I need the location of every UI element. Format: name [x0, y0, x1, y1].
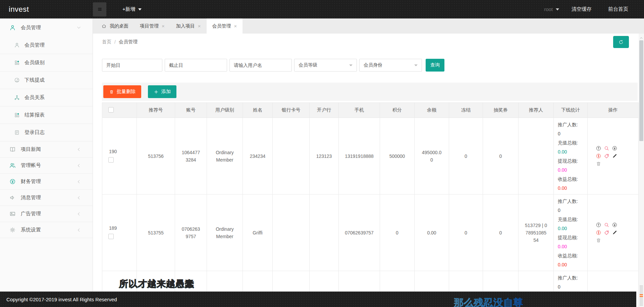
tag-icon[interactable] [604, 230, 609, 235]
stat-label: 推广人数: [558, 273, 586, 282]
user-menu[interactable]: root [544, 6, 559, 12]
chevron-left-icon [76, 163, 81, 168]
column-header: 余额 [415, 103, 449, 118]
chevron-left-icon [76, 212, 81, 216]
sidebar-item-downline-commission[interactable]: 下线提成 [0, 72, 93, 89]
stat-value: 0.00 [558, 224, 586, 233]
member-level-select[interactable]: 会员等级 [294, 59, 357, 72]
stat-value: 0.00 [558, 166, 586, 175]
sidebar-item-label: 下线提成 [24, 77, 45, 83]
stat-label: 推广人数: [558, 120, 586, 129]
delete-icon[interactable] [596, 161, 601, 167]
sidebar-item-login-log[interactable]: 登录日志 [0, 124, 93, 141]
row-checkbox[interactable] [108, 234, 114, 239]
stat-value: 0.00 [558, 242, 586, 251]
clear-cache-link[interactable]: 清空缓存 [572, 6, 592, 12]
cell-points: 500000 [380, 118, 415, 194]
username-label: root [544, 6, 553, 12]
add-label: 添加 [161, 89, 171, 95]
table-header-row: 推荐号账号用户级别姓名银行卡号开户行手机积分余额冻结抽奖券推荐人下线统计操作 [102, 103, 639, 118]
upgrade-icon[interactable] [596, 222, 601, 228]
yen-icon [9, 178, 16, 185]
chevron-left-icon [76, 147, 81, 152]
sidebar-item-label: 会员关系 [24, 94, 45, 101]
tab-join-project[interactable]: 加入项目× [170, 18, 207, 34]
close-icon[interactable]: × [162, 24, 165, 29]
front-home-link[interactable]: 前台首页 [608, 6, 628, 12]
search-icon[interactable] [604, 222, 609, 228]
sidebar-item-settlement-report[interactable]: 结算报表 [0, 106, 93, 124]
edit-icon[interactable] [612, 230, 618, 235]
dollar-icon[interactable] [596, 230, 601, 235]
close-icon[interactable]: × [234, 24, 237, 29]
user-icon [14, 42, 20, 48]
cell-lottery: 0 [483, 118, 519, 194]
content: 会员等级 会员身份 查询 批量删除 [93, 59, 644, 307]
cell-name: 234234 [243, 118, 273, 194]
cell-lottery: 0 [483, 194, 519, 271]
sidebar-item-admin-account[interactable]: 管理帐号 [0, 158, 93, 174]
add-button[interactable]: 添加 [148, 85, 176, 98]
sidebar-item-project-news[interactable]: 项目新闻 [0, 141, 93, 158]
batch-delete-button[interactable]: 批量删除 [103, 85, 141, 98]
tab-project-management[interactable]: 项目管理× [134, 18, 170, 34]
select-all-checkbox[interactable] [108, 107, 114, 113]
start-date-input[interactable] [102, 59, 162, 72]
scrollbar-thumb[interactable] [639, 40, 643, 141]
sidebar-toggle-button[interactable] [93, 2, 106, 16]
tag-icon[interactable] [604, 153, 609, 159]
stat-value: 0.00 [558, 184, 586, 193]
search-button[interactable]: 查询 [426, 59, 444, 72]
top-bar: invest +新增 root 清空缓存 前台首页 [0, 0, 644, 18]
sidebar-item-label: 结算报表 [24, 112, 45, 118]
row-checkbox[interactable] [108, 157, 114, 163]
cell-actions [588, 194, 639, 271]
sidebar-item-label: 项目新闻 [21, 146, 41, 152]
username-input[interactable] [229, 59, 292, 72]
sidebar-item-ad-management[interactable]: 广告管理 [0, 206, 93, 222]
dollar-icon[interactable] [596, 153, 601, 159]
subtitle-overlay: 所以才越来越愚蠢 [119, 278, 194, 290]
select-all-header [102, 103, 137, 118]
sidebar-item-finance-management[interactable]: 财务管理 [0, 174, 93, 190]
breadcrumb-home[interactable]: 首页 [102, 39, 111, 45]
close-icon[interactable]: × [198, 24, 201, 29]
sidebar-item-member-list[interactable]: 会员管理 [0, 37, 93, 54]
sidebar-item-label: 会员管理 [21, 25, 41, 31]
table-row: 19051375610644773284Ordinary Member23423… [102, 118, 639, 194]
sidebar-item-system-settings[interactable]: 系统设置 [0, 222, 93, 238]
tab-member-management[interactable]: 会员管理× [207, 18, 243, 34]
upgrade-icon[interactable] [596, 145, 601, 151]
stat-label: 收益总额: [558, 251, 586, 260]
scroll-up-icon[interactable] [639, 35, 643, 39]
tab-label: 我的桌面 [110, 23, 128, 29]
cell-balance: 0.00 [415, 194, 449, 271]
tab-my-desktop[interactable]: 我的桌面 [96, 18, 134, 34]
cell-account: 07062639757 [175, 194, 207, 271]
add-new-menu[interactable]: +新增 [122, 6, 142, 12]
stat-value: 0 [558, 206, 586, 215]
stat-value: 0.00 [558, 260, 586, 269]
refresh-button[interactable] [613, 36, 629, 48]
sidebar-item-member-level[interactable]: 会员级别 [0, 54, 93, 72]
sidebar-item-member-relation[interactable]: 会员关系 [0, 89, 93, 106]
sidebar-item-label: 会员级别 [24, 59, 45, 66]
sidebar-item-message-management[interactable]: 消息管理 [0, 190, 93, 206]
yen-icon[interactable] [612, 145, 618, 151]
edit-icon[interactable] [612, 153, 618, 159]
member-identity-select[interactable]: 会员身份 [359, 59, 422, 72]
search-icon[interactable] [604, 145, 609, 151]
yen-icon[interactable] [612, 222, 618, 228]
grid-icon [14, 112, 20, 118]
stat-value: 0 [558, 282, 586, 292]
cell-name: Griffi [243, 194, 273, 271]
trash-icon [109, 89, 114, 94]
delete-icon[interactable] [596, 237, 601, 243]
scrollbar[interactable] [639, 34, 644, 307]
end-date-input[interactable] [165, 59, 227, 72]
tab-label: 会员管理 [212, 23, 231, 29]
cell-level: Ordinary Member [207, 194, 243, 271]
sidebar-item-member-management[interactable]: 会员管理 [0, 18, 93, 37]
breadcrumb-separator: / [114, 39, 116, 45]
cell-actions [588, 118, 639, 194]
